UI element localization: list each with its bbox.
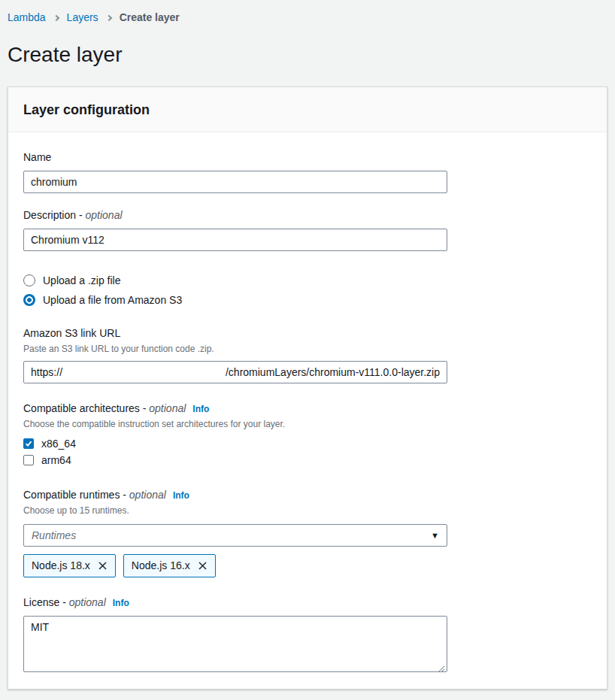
chevron-right-icon	[53, 14, 59, 20]
panel-title: Layer configuration	[23, 102, 592, 117]
optional-label: optional	[85, 209, 122, 221]
description-label: Description - optional	[23, 209, 123, 221]
panel-header: Layer configuration	[8, 87, 607, 132]
token-dismiss-button[interactable]	[198, 561, 208, 571]
checkbox-arm64[interactable]: arm64	[23, 452, 592, 468]
token-nodejs-16: Node.js 16.x	[123, 554, 216, 577]
token-label: Node.js 16.x	[132, 559, 190, 571]
s3-url-label: Amazon S3 link URL	[23, 327, 120, 339]
radio-upload-s3-label: Upload a file from Amazon S3	[43, 294, 182, 306]
close-icon	[198, 561, 208, 571]
architectures-info-link[interactable]: Info	[192, 404, 209, 414]
breadcrumb-layers[interactable]: Layers	[67, 11, 98, 24]
description-input[interactable]	[23, 229, 447, 251]
optional-label: optional	[149, 402, 186, 414]
architectures-field-group: Compatible architectures - optionalInfo …	[23, 402, 592, 468]
checkbox-icon[interactable]	[23, 455, 34, 465]
license-textarea-wrap: MIT	[23, 616, 447, 672]
radio-upload-zip[interactable]: Upload a .zip file	[23, 272, 592, 289]
description-field-group: Description - optional	[23, 208, 592, 251]
s3-url-helper: Paste an S3 link URL to your function co…	[23, 344, 592, 354]
token-label: Node.js 18.x	[32, 559, 90, 571]
name-input[interactable]	[23, 171, 447, 193]
checkbox-icon[interactable]	[23, 438, 34, 449]
architectures-label: Compatible architectures - optionalInfo	[23, 402, 209, 414]
license-label: License - optionalInfo	[23, 596, 129, 608]
license-info-link[interactable]: Info	[113, 598, 129, 608]
license-textarea[interactable]: MIT	[23, 616, 447, 672]
s3-url-suffix: /chromiumLayers/chromium-v111.0.0-layer.…	[226, 366, 440, 378]
checkbox-x86-64[interactable]: x86_64	[23, 435, 592, 452]
breadcrumb-lambda[interactable]: Lambda	[8, 11, 46, 24]
name-label: Name	[23, 151, 51, 163]
architectures-helper: Choose the compatible instruction set ar…	[23, 419, 592, 429]
panel-body: Name Description - optional Upload a .zi…	[8, 132, 607, 689]
optional-label: optional	[129, 489, 166, 501]
radio-upload-zip-label: Upload a .zip file	[43, 274, 121, 286]
checkbox-arm64-label: arm64	[41, 454, 71, 466]
runtimes-field-group: Compatible runtimes - optionalInfo Choos…	[23, 488, 592, 577]
resize-grip-icon	[438, 665, 445, 673]
check-icon	[25, 440, 32, 447]
token-nodejs-18: Node.js 18.x	[23, 554, 116, 577]
chevron-right-icon	[105, 14, 111, 20]
breadcrumb: Lambda Layers Create layer	[0, 0, 615, 24]
runtimes-select-placeholder: Runtimes	[32, 529, 76, 541]
page-title: Create layer	[8, 42, 607, 68]
runtimes-token-list: Node.js 18.x Node.js 16.x	[23, 554, 592, 577]
radio-icon[interactable]	[23, 274, 35, 286]
breadcrumb-current: Create layer	[120, 11, 180, 24]
architectures-checkbox-group: x86_64 arm64	[23, 435, 592, 468]
token-dismiss-button[interactable]	[98, 561, 108, 571]
runtimes-select[interactable]: Runtimes ▼	[23, 524, 447, 547]
s3-url-input[interactable]: https:// /chromiumLayers/chromium-v111.0…	[23, 361, 447, 383]
runtimes-info-link[interactable]: Info	[173, 490, 189, 501]
s3-url-prefix: https://	[31, 366, 62, 378]
layer-configuration-panel: Layer configuration Name Description - o…	[8, 86, 607, 689]
radio-upload-s3[interactable]: Upload a file from Amazon S3	[23, 292, 592, 308]
name-field-group: Name	[23, 150, 592, 193]
close-icon	[98, 561, 108, 571]
optional-label: optional	[69, 596, 106, 608]
chevron-down-icon: ▼	[431, 532, 439, 540]
checkbox-x86-64-label: x86_64	[41, 438, 76, 450]
radio-icon[interactable]	[23, 294, 35, 306]
runtimes-helper: Choose up to 15 runtimes.	[23, 505, 592, 516]
runtimes-label: Compatible runtimes - optionalInfo	[23, 489, 189, 501]
s3-url-field-group: Amazon S3 link URL Paste an S3 link URL …	[23, 326, 592, 383]
license-field-group: License - optionalInfo MIT	[23, 595, 592, 672]
upload-source-radio-group: Upload a .zip file Upload a file from Am…	[23, 272, 592, 308]
resize-handle[interactable]	[438, 662, 445, 670]
